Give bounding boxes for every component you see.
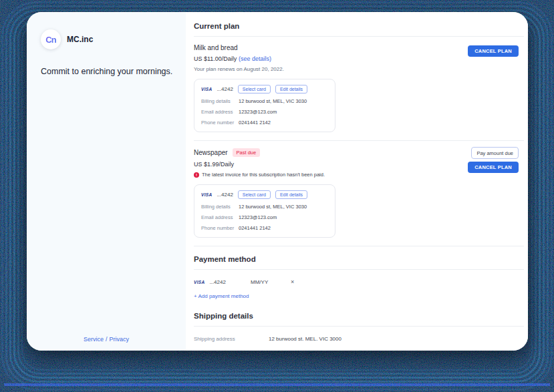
card-number: ...4242	[217, 86, 233, 92]
brand-logo-icon: Cn	[41, 29, 61, 49]
visa-icon: VISA	[201, 87, 212, 91]
brand-name: MC.inc	[67, 35, 93, 44]
shipping-address-label: Shipping address	[194, 336, 269, 342]
section-divider	[194, 326, 524, 327]
bottom-blue-line	[4, 383, 550, 386]
current-plan-heading: Current plan	[194, 19, 524, 36]
email-address-value: 12323@123.com	[239, 214, 277, 220]
sidebar: Cn MC.inc Commit to enriching your morni…	[27, 12, 186, 351]
shipping-address-value: 12 burwood st. MEL. VIC 3000	[269, 336, 341, 342]
warning-text: The latest invoice for this subscription…	[202, 172, 325, 178]
phone-number-value: 0241441 2142	[239, 225, 271, 231]
brand-header: Cn MC.inc	[27, 12, 186, 49]
past-due-badge: Past due	[233, 148, 261, 157]
email-address-label: Email address	[201, 214, 239, 220]
cancel-plan-button[interactable]: CANCEL PLAN	[468, 162, 519, 173]
shipping-address-row: Shipping address 12 burwood st. MEL. VIC…	[194, 336, 524, 342]
select-card-button[interactable]: Select card	[238, 85, 271, 93]
section-divider	[194, 269, 524, 270]
phone-number-label: Phone number	[201, 225, 239, 231]
see-details-link[interactable]: (see details)	[239, 55, 271, 62]
payment-method-row: VISA ...4242 MM/YY ×	[194, 278, 524, 285]
plan-card-details-box: VISA ...4242 Select card Edit details Bi…	[194, 184, 335, 238]
sidebar-footer: Service/Privacy	[27, 336, 186, 343]
plan-newspaper: Newspaper Past due US $1.99/Daily ! The …	[194, 141, 524, 246]
edit-details-button[interactable]: Edit details	[275, 85, 307, 93]
shipping-details-heading: Shipping details	[194, 309, 524, 326]
billing-details-value: 12 burwood st, MEL, VIC 3030	[239, 204, 307, 210]
edit-details-button[interactable]: Edit details	[275, 190, 307, 199]
brand-tagline: Commit to enriching your mornings.	[41, 67, 174, 76]
payment-method-heading: Payment method	[194, 246, 524, 269]
billing-details-label: Billing details	[201, 98, 239, 104]
remove-card-icon[interactable]: ×	[291, 278, 294, 285]
select-card-button[interactable]: Select card	[238, 190, 271, 199]
card-number: ...4242	[217, 192, 233, 198]
plan-card-details-box: VISA ...4242 Select card Edit details Bi…	[194, 79, 335, 132]
dark-noise-frame: Cn MC.inc Commit to enriching your morni…	[0, 0, 554, 392]
plan-name: Newspaper	[194, 149, 228, 156]
email-address-value: 12323@123.com	[239, 109, 277, 115]
pay-amount-due-button[interactable]: Pay amount due	[471, 147, 519, 159]
cloud-logo-glyph: Cn	[45, 35, 55, 45]
phone-number-value: 0241441 2142	[239, 120, 271, 126]
email-address-label: Email address	[201, 109, 239, 115]
billing-main-panel: Current plan Milk and bread US $11.00/Da…	[186, 12, 528, 351]
card-number: ...4242	[209, 279, 225, 285]
add-payment-method-link[interactable]: + Add payment method	[194, 293, 249, 299]
visa-icon: VISA	[201, 192, 212, 197]
terms-of-service-link[interactable]: Service	[84, 336, 104, 343]
error-icon: !	[194, 172, 199, 178]
plan-milk-and-bread: Milk and bread US $11.00/Daily (see deta…	[194, 37, 524, 140]
billing-portal-card: Cn MC.inc Commit to enriching your morni…	[27, 12, 528, 351]
cancel-plan-button[interactable]: CANCEL PLAN	[468, 45, 519, 57]
plan-renewal-text: Your plan renews on August 20, 2022.	[194, 66, 524, 72]
card-expiry: MM/YY	[251, 279, 291, 285]
visa-icon: VISA	[194, 280, 204, 284]
privacy-link[interactable]: Privacy	[110, 336, 130, 343]
footer-separator: /	[104, 336, 110, 343]
plan-name: Milk and bread	[194, 44, 238, 51]
billing-details-label: Billing details	[201, 204, 239, 210]
billing-details-value: 12 burwood st, MEL, VIC 3030	[239, 98, 307, 104]
phone-number-label: Phone number	[201, 120, 239, 126]
